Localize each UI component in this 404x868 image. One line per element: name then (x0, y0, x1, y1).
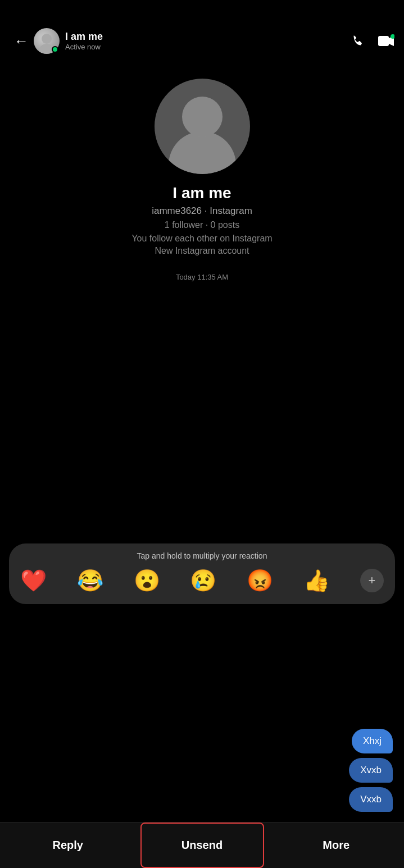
video-call-button[interactable] (377, 32, 395, 50)
reaction-thumbs-up[interactable]: 👍 (303, 568, 330, 593)
online-indicator (52, 46, 58, 53)
reaction-popup: Tap and hold to multiply your reaction ❤… (9, 543, 395, 604)
message-text-2: Xvxb (360, 765, 382, 775)
header-actions (349, 32, 395, 50)
profile-username: iamme3626 · Instagram (152, 205, 252, 217)
call-button[interactable] (349, 32, 367, 50)
profile-avatar-body (169, 131, 236, 174)
bottom-action-bar: Reply Unsend More (0, 822, 404, 868)
profile-avatar-head (182, 97, 223, 137)
unsend-button[interactable]: Unsend (140, 823, 264, 868)
reaction-cry[interactable]: 😢 (190, 568, 216, 593)
message-text-1: Xhxj (363, 735, 382, 746)
more-button[interactable]: More (269, 823, 405, 868)
avatar-head (42, 34, 52, 44)
reaction-laugh[interactable]: 😂 (77, 568, 103, 593)
profile-follow-status: You follow each other on Instagram (131, 234, 272, 244)
message-text-3: Vxxb (360, 794, 382, 805)
reaction-heart[interactable]: ❤️ (20, 568, 47, 593)
profile-avatar (155, 79, 250, 174)
contact-status: Active now (65, 43, 349, 51)
reply-button[interactable]: Reply (0, 823, 136, 868)
message-bubble-3: Vxxb (349, 787, 393, 812)
reaction-wow[interactable]: 😮 (134, 568, 160, 593)
reaction-more-button[interactable]: + (360, 569, 384, 592)
message-timestamp: Today 11:35 AM (0, 273, 404, 281)
reaction-hint: Tap and hold to multiply your reaction (20, 551, 384, 560)
header-info: I am me Active now (65, 31, 349, 51)
message-bubble-2: Xvxb (349, 758, 393, 783)
profile-account-type: New Instagram account (155, 246, 249, 256)
profile-name: I am me (173, 184, 231, 202)
svg-rect-0 (378, 36, 389, 46)
header-avatar-wrap (34, 28, 60, 54)
messages-list: Xhxj Xvxb Vxxb (349, 729, 393, 812)
back-arrow-icon: ← (14, 33, 29, 50)
reaction-emojis-row: ❤️ 😂 😮 😢 😡 👍 + (20, 568, 384, 593)
reaction-angry[interactable]: 😡 (247, 568, 273, 593)
header: ← I am me Active now (0, 0, 404, 62)
profile-section: I am me iamme3626 · Instagram 1 follower… (0, 62, 404, 262)
message-bubble-1: Xhxj (352, 729, 393, 753)
back-button[interactable]: ← (9, 29, 34, 53)
profile-stats: 1 follower · 0 posts (165, 220, 239, 230)
reaction-plus-icon: + (369, 573, 376, 588)
contact-name: I am me (65, 31, 349, 43)
